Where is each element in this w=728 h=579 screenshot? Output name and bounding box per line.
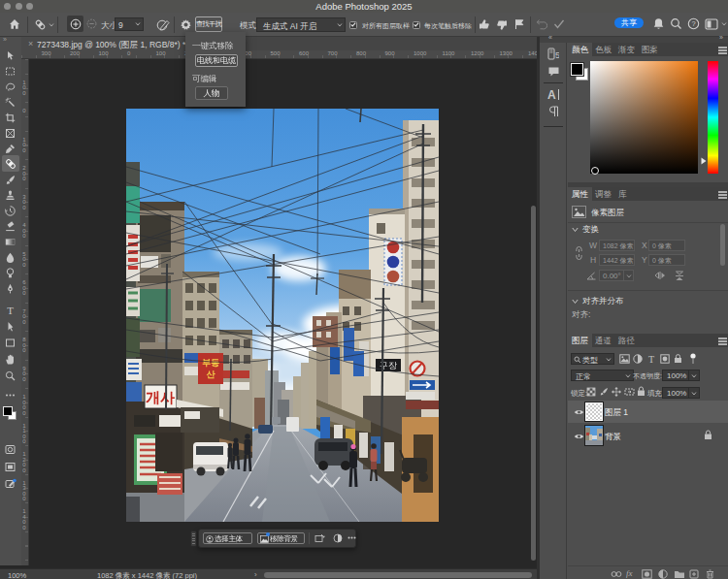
- svg-text:개사: 개사: [146, 389, 175, 405]
- svg-text:산: 산: [207, 370, 216, 379]
- svg-text:T: T: [7, 305, 14, 315]
- svg-text:5: 5: [555, 50, 559, 60]
- svg-text:부동: 부동: [202, 358, 219, 368]
- svg-text:T: T: [648, 354, 654, 364]
- svg-text:A: A: [547, 88, 556, 101]
- svg-text:?: ?: [691, 19, 695, 28]
